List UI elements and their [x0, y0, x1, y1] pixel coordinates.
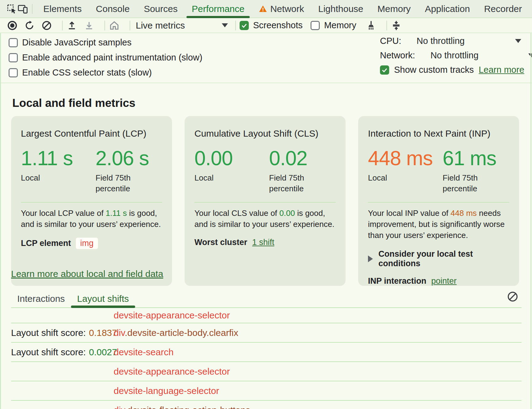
chevron-down-icon — [515, 39, 521, 43]
divider — [368, 202, 509, 203]
divider — [104, 21, 105, 30]
capture-settings: Disable JavaScript samples Enable advanc… — [0, 34, 532, 83]
cpu-throttling-select[interactable]: CPU: No throttling — [380, 34, 524, 48]
devtools-tabbar: Elements Console Sources Performance Net… — [0, 0, 532, 18]
cls-field-value: 0.02 — [269, 148, 336, 168]
throttling-settings: CPU: No throttling Network: No throttlin… — [380, 34, 524, 77]
tab-sources[interactable]: Sources — [137, 0, 185, 18]
capture-settings-checkboxes: Disable JavaScript samples Enable advanc… — [9, 37, 202, 78]
lcp-card: Largest Contentful Paint (LCP) 1.11 s Lo… — [11, 116, 172, 286]
layout-shift-row[interactable]: Layout shift score: 0.1837 div.devsite-a… — [11, 323, 522, 343]
tab-application[interactable]: Application — [418, 0, 477, 18]
css-selector-stats-row[interactable]: Enable CSS selector stats (slow) — [9, 68, 202, 78]
record-icon[interactable] — [7, 20, 18, 31]
tab-privacy-sandbox[interactable]: Privacy Sand — [529, 0, 532, 18]
custom-tracks-learn-more-link[interactable]: Learn more — [479, 65, 524, 75]
tab-layout-shifts[interactable]: Layout shifts — [71, 291, 135, 306]
inp-field-value: 61 ms — [443, 148, 509, 168]
memory-checkbox-row[interactable]: Memory — [311, 20, 356, 30]
inspect-element-icon[interactable] — [6, 3, 17, 14]
advanced-paint-checkbox[interactable] — [9, 53, 18, 62]
gc-broom-icon[interactable] — [366, 20, 377, 31]
device-toolbar-icon[interactable] — [17, 3, 28, 14]
inp-interaction-link[interactable]: pointer — [431, 276, 457, 286]
divider — [235, 21, 236, 30]
metric-cards: Largest Contentful Paint (LCP) 1.11 s Lo… — [11, 116, 519, 259]
divider — [386, 21, 387, 30]
live-metrics-dropdown[interactable]: Live metrics — [136, 20, 228, 31]
clear-icon[interactable] — [41, 20, 52, 31]
cls-local-value: 0.00 — [194, 148, 269, 168]
memory-checkbox[interactable] — [311, 21, 320, 30]
performance-toolbar: Live metrics Screenshots Memory — [0, 18, 532, 33]
tab-console[interactable]: Console — [89, 0, 137, 18]
show-custom-tracks-row: Show custom tracks Learn more — [380, 63, 524, 77]
worst-cluster-link[interactable]: 1 shift — [252, 238, 274, 247]
inp-description: Your local INP value of 448 ms needs imp… — [368, 208, 509, 241]
home-icon[interactable] — [109, 20, 120, 31]
lcp-field-value: 2.06 s — [96, 148, 162, 168]
divider — [194, 202, 336, 203]
warning-triangle-icon — [259, 5, 267, 13]
cls-card-title: Cumulative Layout Shift (CLS) — [194, 128, 336, 139]
tab-interactions[interactable]: Interactions — [11, 291, 71, 306]
collapse-icon[interactable] — [391, 20, 402, 31]
tab-lighthouse[interactable]: Lighthouse — [311, 0, 370, 18]
chevron-down-icon — [528, 53, 532, 57]
tab-recorder[interactable]: Recorder — [477, 0, 529, 18]
disclosure-triangle-icon — [368, 255, 373, 262]
lcp-local-value: 1.11 s — [21, 148, 96, 168]
divider — [130, 21, 130, 30]
tab-network[interactable]: Network — [252, 0, 311, 18]
load-profile-icon[interactable] — [66, 20, 77, 31]
disable-js-samples-row[interactable]: Disable JavaScript samples — [9, 37, 202, 48]
layout-shift-row[interactable]: devsite-language-selector — [11, 381, 522, 401]
show-custom-tracks-checkbox[interactable] — [380, 65, 389, 75]
save-profile-icon[interactable] — [84, 20, 95, 31]
log-tabs: Interactions Layout shifts — [11, 291, 135, 306]
inp-card: Interaction to Next Paint (INP) 448 ms L… — [358, 116, 519, 286]
layout-shift-row[interactable]: div.devsite-floating-action-buttons — [11, 401, 522, 409]
layout-shift-row[interactable]: Layout shift score: 0.0027 devsite-searc… — [11, 343, 522, 362]
tab-elements[interactable]: Elements — [36, 0, 89, 18]
screenshots-checkbox-row[interactable]: Screenshots — [240, 20, 303, 30]
local-test-conditions-disclosure[interactable]: Consider your local test conditions — [368, 249, 509, 268]
divider — [32, 4, 33, 14]
devtools-performance-panel: Elements Console Sources Performance Net… — [0, 0, 532, 409]
inp-card-title: Interaction to Next Paint (INP) — [368, 128, 509, 139]
live-metrics-view: Local and field metrics Largest Contentf… — [0, 83, 532, 409]
shift-score: 0.1837 — [89, 328, 117, 338]
cls-description: Your local CLS value of 0.00 is good, an… — [194, 208, 336, 230]
tab-memory[interactable]: Memory — [370, 0, 418, 18]
cls-card: Cumulative Layout Shift (CLS) 0.00 Local… — [185, 116, 346, 286]
lcp-description: Your local LCP value of 1.11 s is good, … — [21, 208, 162, 230]
inp-local-value: 448 ms — [368, 148, 443, 168]
advanced-paint-row[interactable]: Enable advanced paint instrumentation (s… — [9, 53, 202, 63]
chevron-down-icon — [222, 23, 228, 27]
layout-shift-log: devsite-appearance-selector Layout shift… — [11, 308, 522, 409]
page-title: Local and field metrics — [12, 97, 135, 110]
reload-and-record-icon[interactable] — [24, 20, 35, 31]
css-selector-stats-checkbox[interactable] — [9, 68, 18, 77]
network-throttling-select[interactable]: Network: No throttling — [380, 48, 524, 63]
disable-js-samples-checkbox[interactable] — [9, 38, 18, 47]
clear-log-icon[interactable] — [507, 291, 518, 302]
layout-shift-row[interactable]: devsite-appearance-selector — [11, 308, 522, 323]
shift-score: 0.0027 — [89, 347, 117, 357]
divider — [62, 21, 63, 30]
layout-shift-row[interactable]: devsite-appearance-selector — [11, 362, 522, 381]
tab-performance[interactable]: Performance — [185, 0, 252, 18]
live-metrics-label: Live metrics — [136, 20, 185, 31]
lcp-card-title: Largest Contentful Paint (LCP) — [21, 128, 162, 139]
screenshots-checkbox[interactable] — [240, 21, 249, 30]
field-data-learn-more-link[interactable]: Learn more about local and field data — [11, 269, 163, 279]
lcp-element-link[interactable]: img — [76, 238, 98, 249]
divider — [21, 202, 162, 203]
